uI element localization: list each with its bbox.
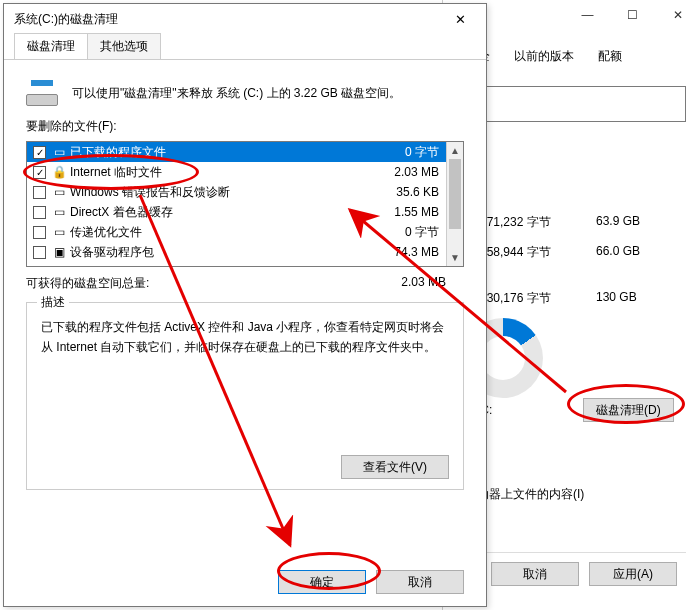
page-icon: ▭ (52, 225, 66, 239)
item-size: 74.3 MB (394, 245, 439, 259)
lock-icon: 🔒 (52, 165, 66, 179)
list-item[interactable]: ✓▭已下载的程序文件0 字节 (27, 142, 463, 162)
total-label: 可获得的磁盘空间总量: (26, 275, 149, 292)
checkbox[interactable]: ✓ (33, 166, 46, 179)
item-name: Internet 临时文件 (70, 164, 162, 181)
checkbox[interactable]: ✓ (33, 146, 46, 159)
file-list[interactable]: ✓▭已下载的程序文件0 字节✓🔒Internet 临时文件2.03 MB▭Win… (26, 141, 464, 267)
item-size: 1.55 MB (394, 205, 439, 219)
tab-disk-cleanup[interactable]: 磁盘清理 (14, 33, 88, 59)
item-name: 设备驱动程序包 (70, 244, 154, 261)
list-item[interactable]: ▭传递优化文件0 字节 (27, 222, 463, 242)
maximize-button[interactable]: ☐ (610, 0, 655, 30)
used-bytes: 271,232 字节 (480, 214, 551, 231)
close-button[interactable]: ✕ (655, 0, 700, 30)
item-size: 0 字节 (405, 224, 439, 241)
item-name: 传递优化文件 (70, 224, 142, 241)
free-human: 66.0 GB (596, 244, 640, 258)
description-group: 描述 已下载的程序文件包括 ActiveX 控件和 Java 小程序，你查看特定… (26, 302, 464, 490)
list-item[interactable]: ▣设备驱动程序包74.3 MB (27, 242, 463, 262)
item-size: 2.03 MB (394, 165, 439, 179)
minimize-button[interactable]: — (565, 0, 610, 30)
list-item[interactable]: ▭DirectX 着色器缓存1.55 MB (27, 202, 463, 222)
page-icon: ▭ (52, 145, 66, 159)
tab-other-options[interactable]: 其他选项 (87, 33, 161, 59)
checkbox[interactable] (33, 226, 46, 239)
item-name: DirectX 着色器缓存 (70, 204, 173, 221)
close-icon[interactable]: ✕ (440, 4, 480, 34)
capacity-bytes: 530,176 字节 (480, 290, 551, 307)
dialog-title: 系统(C:)的磁盘清理 (14, 11, 440, 28)
scroll-thumb[interactable] (449, 159, 461, 229)
item-name: 已下载的程序文件 (70, 144, 166, 161)
checkbox[interactable] (33, 246, 46, 259)
list-item[interactable]: ▭Windows 错误报告和反馈诊断35.6 KB (27, 182, 463, 202)
description-text: 已下载的程序文件包括 ActiveX 控件和 Java 小程序，你查看特定网页时… (41, 317, 449, 358)
cancel-button[interactable]: 取消 (376, 570, 464, 594)
tab-quota[interactable]: 配额 (590, 44, 630, 69)
page-icon: ▭ (52, 205, 66, 219)
group-title: 描述 (37, 294, 69, 311)
scroll-up-icon[interactable]: ▲ (447, 142, 463, 159)
pkg-icon: ▣ (52, 245, 66, 259)
disk-cleanup-button[interactable]: 磁盘清理(D) (583, 398, 674, 422)
ok-button[interactable]: 确定 (278, 570, 366, 594)
total-value: 2.03 MB (401, 275, 464, 292)
drive-cleanup-icon (26, 80, 58, 106)
checkbox[interactable] (33, 206, 46, 219)
used-human: 63.9 GB (596, 214, 640, 228)
files-to-delete-label: 要删除的文件(F): (4, 114, 486, 141)
cancel-button[interactable]: 取消 (491, 562, 579, 586)
capacity-human: 130 GB (596, 290, 637, 304)
apply-button[interactable]: 应用(A) (589, 562, 677, 586)
disk-cleanup-dialog: 系统(C:)的磁盘清理 ✕ 磁盘清理 其他选项 可以使用"磁盘清理"来释放 系统… (3, 3, 487, 607)
list-item[interactable]: ✓🔒Internet 临时文件2.03 MB (27, 162, 463, 182)
page-icon: ▭ (52, 185, 66, 199)
summary-text: 可以使用"磁盘清理"来释放 系统 (C:) 上的 3.22 GB 磁盘空间。 (72, 85, 401, 102)
free-bytes: 258,944 字节 (480, 244, 551, 261)
tab-previous-versions[interactable]: 以前的版本 (506, 44, 582, 69)
item-size: 35.6 KB (396, 185, 439, 199)
view-files-button[interactable]: 查看文件(V) (341, 455, 449, 479)
checkbox[interactable] (33, 186, 46, 199)
scroll-down-icon[interactable]: ▼ (447, 249, 463, 266)
item-size: 0 字节 (405, 144, 439, 161)
item-name: Windows 错误报告和反馈诊断 (70, 184, 230, 201)
scrollbar[interactable]: ▲ ▼ (446, 142, 463, 266)
